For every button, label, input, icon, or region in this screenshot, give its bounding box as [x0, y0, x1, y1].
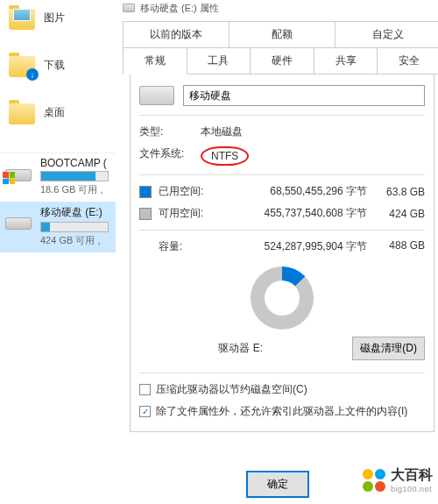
dialog-titlebar[interactable]: 移动硬盘 (E:) 属性 [116, 0, 438, 16]
tab-hardware[interactable]: 硬件 [251, 47, 314, 75]
pictures-folder-icon [7, 4, 37, 32]
nav-desktop[interactable]: 桌面 [0, 95, 116, 130]
watermark-title: 大百科 [391, 466, 433, 485]
compress-label: 压缩此驱动器以节约磁盘空间(C) [156, 382, 307, 397]
drive-usage-bar [40, 171, 109, 181]
nav-label: 图片 [44, 11, 65, 25]
usage-donut-chart [139, 261, 425, 333]
disk-icon [123, 4, 135, 12]
drive-list: BOOTCAMP ( 18.6 GB 可用 , 移动硬盘 (E:) 424 GB… [0, 153, 116, 252]
disk-icon [5, 210, 33, 230]
watermark-icon [363, 469, 385, 492]
dialog-title: 移动硬盘 (E:) 属性 [140, 2, 219, 15]
index-checkbox[interactable]: ✓ [139, 406, 151, 417]
nav-downloads[interactable]: ↓ 下载 [0, 47, 116, 82]
used-color-swatch [139, 186, 152, 198]
tab-custom[interactable]: 自定义 [336, 21, 438, 48]
nav-pictures[interactable]: 图片 [0, 0, 116, 35]
watermark: 大百科 big100.net [363, 466, 433, 493]
drive-name: BOOTCAMP ( [40, 157, 110, 169]
capacity-hr: 488 GB [376, 239, 425, 254]
tab-tools[interactable]: 工具 [187, 47, 251, 75]
tab-strip: 以前的版本 配额 自定义 常规 工具 硬件 共享 安全 类型: 本地磁盘 文件系… [116, 16, 438, 432]
disk-icon [139, 86, 174, 105]
explorer-nav: 图片 ↓ 下载 桌面 BOOTCAMP ( 18.6 GB 可用 , [0, 0, 116, 504]
watermark-sub: big100.net [391, 485, 433, 493]
windows-overlay-icon [3, 172, 15, 184]
drive-letter-label: 驱动器 E: [139, 341, 342, 356]
tab-general[interactable]: 常规 [123, 47, 187, 75]
index-label: 除了文件属性外，还允许索引此驱动器上文件的内容(I) [156, 404, 407, 419]
nav-label: 下载 [44, 58, 65, 73]
capacity-bytes: 524,287,995,904 字节 [211, 239, 376, 254]
filesystem-label: 文件系统: [139, 146, 201, 166]
tab-security[interactable]: 安全 [378, 47, 438, 75]
free-label: 可用空间: [159, 206, 211, 221]
drive-item-bootcamp[interactable]: BOOTCAMP ( 18.6 GB 可用 , [0, 153, 116, 202]
used-hr: 63.8 GB [376, 186, 425, 198]
drive-name: 移动硬盘 (E:) [40, 205, 110, 220]
general-panel: 类型: 本地磁盘 文件系统: NTFS 已用空间: 68,550,455,296… [130, 75, 434, 432]
free-bytes: 455,737,540,608 字节 [211, 206, 376, 221]
used-bytes: 68,550,455,296 字节 [211, 184, 376, 199]
disk-icon [5, 162, 33, 181]
type-value: 本地磁盘 [201, 124, 243, 139]
drive-subtext: 424 GB 可用 , [40, 234, 110, 247]
type-label: 类型: [139, 124, 201, 139]
drive-usage-bar [40, 222, 109, 232]
used-label: 已用空间: [159, 184, 211, 199]
tab-sharing[interactable]: 共享 [314, 47, 378, 75]
nav-label: 桌面 [44, 105, 65, 120]
tab-quota[interactable]: 配额 [230, 21, 336, 48]
drive-subtext: 18.6 GB 可用 , [40, 183, 110, 196]
downloads-folder-icon: ↓ [7, 51, 37, 79]
drive-item-removable[interactable]: 移动硬盘 (E:) 424 GB 可用 , [0, 202, 116, 252]
tab-previous-versions[interactable]: 以前的版本 [123, 21, 230, 48]
compress-checkbox[interactable] [139, 384, 151, 395]
free-color-swatch [139, 208, 152, 220]
free-hr: 424 GB [376, 208, 425, 220]
volume-name-input[interactable] [183, 85, 425, 106]
filesystem-value: NTFS [201, 146, 249, 166]
disk-cleanup-button[interactable]: 磁盘清理(D) [352, 337, 425, 360]
dialog-buttons: 确定 [247, 472, 308, 497]
ok-button[interactable]: 确定 [247, 472, 308, 497]
desktop-folder-icon [7, 98, 37, 126]
capacity-label: 容量: [159, 239, 211, 254]
properties-dialog: 移动硬盘 (E:) 属性 以前的版本 配额 自定义 常规 工具 硬件 共享 安全… [116, 0, 438, 504]
